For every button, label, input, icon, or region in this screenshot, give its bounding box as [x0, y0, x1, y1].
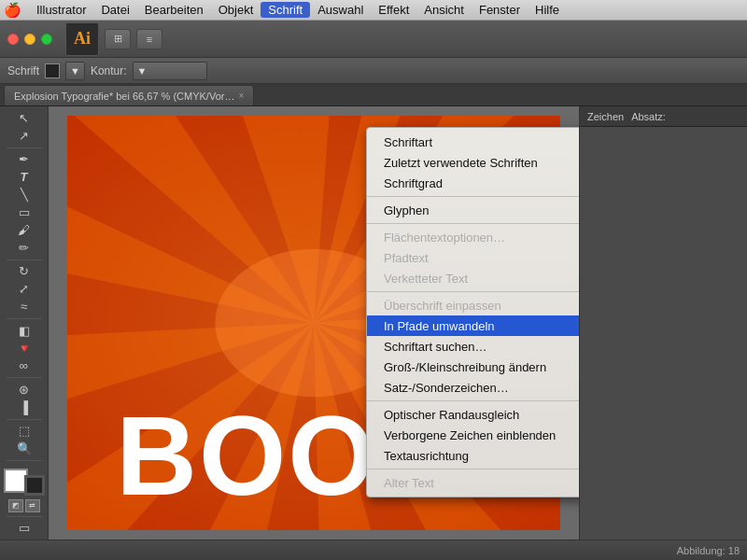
- menubar-hilfe[interactable]: Hilfe: [528, 2, 567, 18]
- tool-separator-4: [7, 377, 42, 378]
- menubar-bearbeiten[interactable]: Bearbeiten: [137, 2, 211, 18]
- toolbar-btn-1[interactable]: ⊞: [105, 29, 131, 49]
- stroke-color[interactable]: [24, 475, 45, 496]
- swap-colors-icon[interactable]: ⇄: [25, 499, 40, 512]
- tab-close-button[interactable]: ×: [238, 91, 244, 101]
- menu-item-alter-text[interactable]: Alter Text ▶: [367, 472, 579, 493]
- kontur-dropdown[interactable]: ▼: [133, 62, 207, 80]
- menu-item-optischer-rand[interactable]: Optischer Randausgleich: [367, 404, 579, 425]
- menubar-datei[interactable]: Datei: [93, 2, 136, 18]
- app-window: Ai ⊞ ≡ Schrift ▼ Kontur: ▼ Explosion Typ…: [0, 21, 747, 560]
- menu-item-glyphen[interactable]: Glyphen: [367, 200, 579, 220]
- tool-separator-3: [7, 318, 42, 319]
- menu-item-gross-klein[interactable]: Groß-/Kleinschreibung ändern ▶: [367, 357, 579, 377]
- selection-tool[interactable]: ↖: [4, 110, 45, 126]
- schrift-toolbar: Schrift ▼ Kontur: ▼: [0, 58, 747, 84]
- menu-item-schriftgrad[interactable]: Schriftgrad ▶: [367, 173, 579, 193]
- right-panel: Zeichen Absatz:: [579, 106, 747, 539]
- default-colors-icon[interactable]: ◩: [8, 499, 23, 512]
- menu-item-zuletzt[interactable]: Zuletzt verwendete Schriften ▶: [367, 152, 579, 173]
- menu-item-ueberschrift[interactable]: Überschrift einpassen: [367, 295, 579, 315]
- color-area: [4, 469, 45, 496]
- tab-title: Explosion Typografie* bei 66,67 % (CMYK/…: [14, 91, 234, 102]
- color-swatch[interactable]: [45, 63, 60, 78]
- schrift-label: Schrift: [7, 64, 39, 77]
- minimize-button[interactable]: [24, 34, 35, 45]
- menubar-schrift[interactable]: Schrift: [261, 2, 310, 18]
- tool-separator-6: [7, 460, 42, 461]
- shape-tool[interactable]: ▭: [4, 204, 45, 220]
- pencil-tool[interactable]: ✏: [4, 240, 45, 256]
- warp-tool[interactable]: ≈: [4, 299, 45, 315]
- menu-item-pfadtext[interactable]: Pfadtext ▶: [367, 247, 579, 268]
- tool-separator-1: [7, 147, 42, 148]
- menu-item-verborgene-zeichen[interactable]: Verborgene Zeichen einblenden ⌥⌘I: [367, 425, 579, 445]
- eyedropper-tool[interactable]: 🔻: [4, 341, 45, 357]
- toolbar-btn-2[interactable]: ≡: [136, 29, 162, 49]
- tool-separator-7: [7, 516, 42, 517]
- separator-5: [367, 469, 579, 469]
- close-button[interactable]: [7, 34, 19, 45]
- separator-4: [367, 400, 579, 401]
- menu-item-verketteter-text[interactable]: Verketteter Text ▶: [367, 268, 579, 288]
- pen-tool[interactable]: ✒: [4, 151, 45, 167]
- separator-3: [367, 291, 579, 292]
- scale-tool[interactable]: ⤢: [4, 281, 45, 297]
- status-text: Abbildung: 18: [677, 545, 740, 556]
- menu-item-schriftart[interactable]: Schriftart ▶: [367, 132, 579, 152]
- menubar: 🍎 Illustrator Datei Bearbeiten Objekt Sc…: [0, 0, 747, 21]
- tool-separator-2: [7, 259, 42, 260]
- panel-header: Zeichen Absatz:: [580, 106, 747, 127]
- menubar-illustrator[interactable]: Illustrator: [29, 2, 93, 18]
- paintbrush-tool[interactable]: 🖌: [4, 222, 45, 238]
- menubar-auswahl[interactable]: Auswahl: [310, 2, 371, 18]
- kontur-label: Kontur:: [91, 64, 127, 77]
- screen-mode-btn[interactable]: ▭: [4, 520, 45, 536]
- font-dropdown[interactable]: ▼: [65, 62, 85, 80]
- rotate-tool[interactable]: ↻: [4, 263, 45, 279]
- blend-tool[interactable]: ∞: [4, 358, 45, 374]
- menu-item-in-pfade-umwandeln[interactable]: In Pfade umwandeln ⇧⌘O: [367, 315, 579, 336]
- type-tool[interactable]: T: [4, 169, 45, 185]
- status-bar: Abbildung: 18: [0, 539, 747, 560]
- menubar-ansicht[interactable]: Ansicht: [416, 2, 472, 18]
- toolpanel: ↖ ↗ ✒ T ╲ ▭ 🖌 ✏ ↻ ⤢ ≈ ◧ 🔻 ∞ ⊛ ▐ ⬚ 🔍: [0, 106, 49, 539]
- zoom-tool[interactable]: 🔍: [4, 441, 45, 456]
- main-toolbar: Ai ⊞ ≡: [0, 21, 747, 58]
- document-tab[interactable]: Explosion Typografie* bei 66,67 % (CMYK/…: [4, 85, 254, 105]
- canvas-area[interactable]: BOOM! Schriftart ▶ Zuletzt verwendete Sc…: [49, 106, 579, 539]
- tool-separator-5: [7, 419, 42, 420]
- main-area: ↖ ↗ ✒ T ╲ ▭ 🖌 ✏ ↻ ⤢ ≈ ◧ 🔻 ∞ ⊛ ▐ ⬚ 🔍: [0, 106, 747, 539]
- gradient-tool[interactable]: ◧: [4, 323, 45, 339]
- maximize-button[interactable]: [41, 34, 52, 45]
- column-graph-tool[interactable]: ▐: [4, 399, 45, 415]
- line-tool[interactable]: ╲: [4, 187, 45, 203]
- separator-1: [367, 196, 579, 197]
- menu-item-schriftart-suchen[interactable]: Schriftart suchen…: [367, 336, 579, 357]
- menubar-effekt[interactable]: Effekt: [371, 2, 416, 18]
- mini-icons: ◩ ⇄: [8, 499, 40, 512]
- menu-item-flaechentextoptionen[interactable]: Flächentextoptionen…: [367, 227, 579, 247]
- absatz-label: Absatz:: [631, 111, 666, 122]
- ai-logo: Ai: [65, 22, 99, 56]
- symbol-tool[interactable]: ⊛: [4, 382, 45, 398]
- apple-menu[interactable]: 🍎: [4, 2, 21, 19]
- menubar-objekt[interactable]: Objekt: [211, 2, 261, 18]
- menu-item-satz-sonderzeichen[interactable]: Satz-/Sonderzeichen…: [367, 377, 579, 398]
- menubar-fenster[interactable]: Fenster: [472, 2, 528, 18]
- menu-item-textausrichtung[interactable]: Textausrichtung ▶: [367, 445, 579, 466]
- tab-bar: Explosion Typografie* bei 66,67 % (CMYK/…: [0, 84, 747, 106]
- zeichen-label: Zeichen: [587, 111, 624, 122]
- traffic-lights: [7, 34, 52, 45]
- artboard-tool[interactable]: ⬚: [4, 424, 45, 440]
- separator-2: [367, 223, 579, 224]
- schrift-dropdown-menu[interactable]: Schriftart ▶ Zuletzt verwendete Schrifte…: [366, 127, 579, 497]
- direct-selection-tool[interactable]: ↗: [4, 128, 45, 144]
